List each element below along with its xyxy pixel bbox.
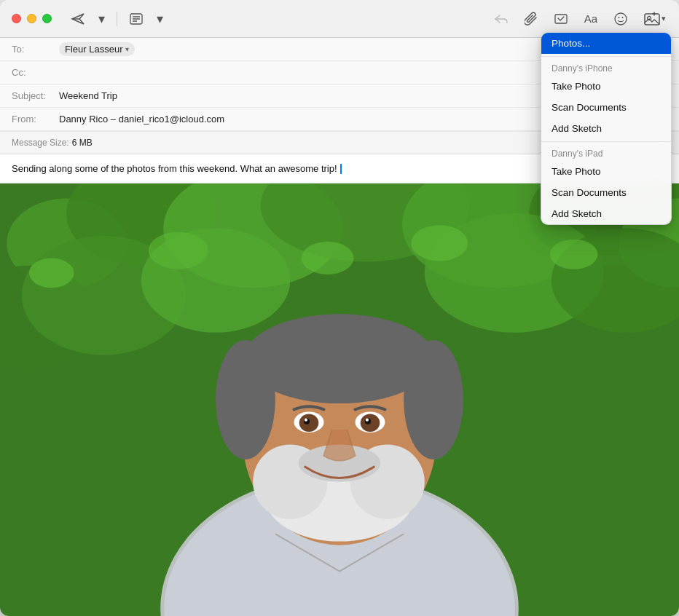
insert-photo-button[interactable]: ▾: [640, 9, 670, 29]
insert-dropdown-arrow: ▾: [662, 14, 666, 23]
minimize-button[interactable]: [27, 14, 36, 23]
insert-dropdown-menu: Photos... Danny's iPhone Take Photo Scan…: [541, 32, 672, 225]
menu-item-add-sketch-ipad[interactable]: Add Sketch: [541, 203, 671, 224]
mail-compose-window: ▾ ▾: [0, 0, 679, 616]
menu-section-ipad: Danny's iPad: [541, 144, 671, 161]
svg-point-7: [622, 17, 624, 18]
note-view-button[interactable]: [125, 9, 148, 28]
menu-item-scan-docs-iphone[interactable]: Scan Documents: [541, 97, 671, 118]
photo-area: [0, 183, 679, 616]
separator-1: [117, 12, 117, 26]
svg-point-35: [216, 340, 275, 459]
from-value: Danny Rico – daniel_rico1@icloud.com: [59, 114, 224, 125]
subject-label: Subject:: [12, 90, 59, 101]
menu-divider-1: [541, 56, 671, 57]
menu-item-scan-docs-ipad[interactable]: Scan Documents: [541, 182, 671, 203]
svg-point-6: [619, 17, 620, 18]
toolbar-buttons: ▾ ▾: [66, 8, 168, 30]
svg-rect-4: [555, 15, 567, 23]
attachment-button[interactable]: [520, 9, 542, 29]
recipient-chip[interactable]: Fleur Lasseur ▾: [59, 42, 135, 56]
menu-item-take-photo-ipad[interactable]: Take Photo: [541, 161, 671, 182]
to-label: To:: [12, 44, 59, 55]
svg-rect-8: [645, 14, 659, 25]
svg-point-28: [411, 225, 468, 261]
close-button[interactable]: [12, 14, 21, 23]
menu-item-take-photo-iphone[interactable]: Take Photo: [541, 76, 671, 97]
cc-label: Cc:: [12, 67, 59, 78]
maximize-button[interactable]: [42, 14, 52, 23]
message-size-label: Message Size:: [12, 138, 69, 148]
send-button[interactable]: [66, 9, 90, 28]
svg-point-47: [305, 419, 307, 422]
svg-point-5: [615, 13, 627, 25]
menu-divider-2: [541, 141, 671, 142]
svg-point-27: [302, 242, 354, 275]
recipient-name: Fleur Lasseur: [65, 44, 122, 55]
reply-button[interactable]: [490, 9, 513, 28]
recipient-chevron: ▾: [125, 45, 129, 53]
svg-point-26: [149, 232, 208, 269]
font-button[interactable]: Aa: [580, 9, 602, 28]
svg-point-29: [550, 240, 598, 269]
send-dropdown-button[interactable]: ▾: [94, 8, 109, 30]
svg-point-25: [29, 258, 74, 288]
menu-item-photos[interactable]: Photos...: [541, 33, 671, 54]
menu-section-iphone: Danny's iPhone: [541, 59, 671, 76]
svg-point-36: [404, 340, 463, 459]
message-size-value: 6 MB: [72, 138, 93, 148]
body-text: Sending along some of the photos from th…: [12, 163, 337, 174]
traffic-lights: [12, 14, 52, 23]
toolbar-right: Aa ▾: [490, 9, 670, 29]
note-view-dropdown-button[interactable]: ▾: [152, 8, 168, 30]
menu-item-add-sketch-iphone[interactable]: Add Sketch: [541, 118, 671, 139]
svg-point-48: [366, 419, 369, 422]
from-label: From:: [12, 114, 59, 125]
emoji-button[interactable]: [609, 9, 632, 29]
subject-value[interactable]: Weekend Trip: [59, 90, 117, 101]
text-cursor: [340, 164, 342, 174]
compose-extra-button[interactable]: [549, 9, 573, 28]
font-icon: Aa: [584, 12, 597, 25]
